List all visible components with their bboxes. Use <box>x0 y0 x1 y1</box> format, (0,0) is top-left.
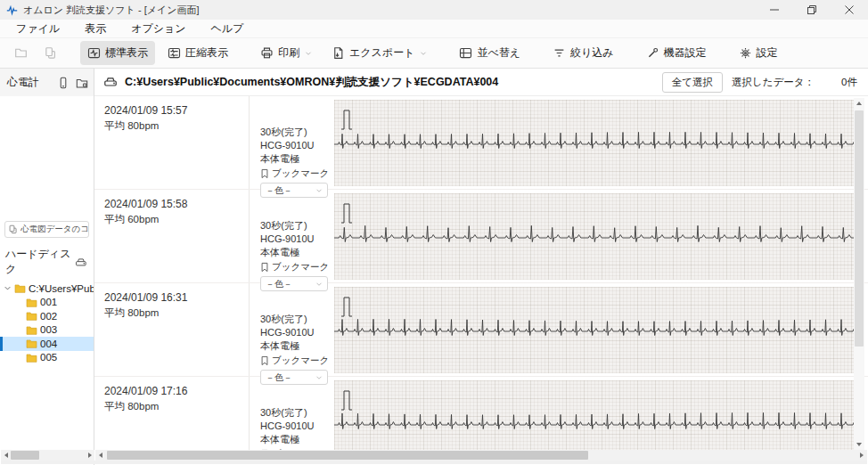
menu-file[interactable]: ファイル <box>14 20 61 38</box>
folder-icon <box>26 339 37 348</box>
record-average-bpm: 平均 60bpm <box>104 213 249 226</box>
window-title: オムロン 判読支援ソフト - [メイン画面] <box>23 4 200 17</box>
ecg-waveform <box>334 380 856 450</box>
record-datetime: 2024/01/09 15:58 <box>104 198 249 210</box>
export-button[interactable]: エクスポート <box>324 41 434 65</box>
record-electrode: 本体電極 <box>260 246 331 259</box>
copy-ecg-data-button[interactable]: 心電図データのコピー <box>4 221 89 238</box>
record-device-model: HCG-9010U <box>260 420 331 433</box>
scroll-left-icon[interactable] <box>95 450 106 461</box>
tree-root-folder[interactable]: C:¥Users¥Public¥ <box>0 281 94 296</box>
scroll-right-icon[interactable] <box>85 450 94 461</box>
folder-icon <box>14 283 26 293</box>
ecg-strip[interactable] <box>334 287 856 373</box>
folder-icon <box>26 353 37 363</box>
menu-help[interactable]: ヘルプ <box>209 20 246 38</box>
standard-view-icon <box>87 46 101 60</box>
close-button[interactable] <box>831 0 868 20</box>
ecg-waveform <box>334 193 856 280</box>
ecg-record-row[interactable]: 2024/01/09 15:58 平均 60bpm 30秒(完了) HCG-90… <box>94 190 868 283</box>
bookmark-icon <box>260 355 269 366</box>
record-electrode: 本体電極 <box>260 433 331 446</box>
ecg-waveform <box>334 100 856 186</box>
ecg-record-row[interactable]: 2024/01/09 15:57 平均 80bpm 30秒(完了) HCG-90… <box>94 96 868 190</box>
scrollbar-thumb[interactable] <box>11 451 39 460</box>
export-icon <box>332 46 345 60</box>
ecg-strip[interactable] <box>334 193 856 280</box>
restore-button[interactable] <box>793 0 831 20</box>
sort-button[interactable]: 並べ替え <box>452 41 528 65</box>
scrollbar-thumb[interactable] <box>855 110 864 347</box>
copy-icon <box>44 46 57 60</box>
main-panel: C:¥Users¥Public¥Documents¥OMRON¥判読支援ソフト¥… <box>94 69 868 465</box>
record-duration: 30秒(完了) <box>260 313 331 326</box>
device-settings-button[interactable]: 機器設定 <box>639 41 714 65</box>
menu-bar: ファイル 表示 オプション ヘルプ <box>0 20 868 37</box>
tree-folder-001[interactable]: 001 <box>0 296 94 310</box>
settings-button[interactable]: 設定 <box>732 41 785 65</box>
copy-data-toolbar-button[interactable] <box>38 42 62 64</box>
scroll-down-icon[interactable] <box>854 439 864 450</box>
window-bottom-border <box>1 461 867 464</box>
current-path: C:¥Users¥Public¥Documents¥OMRON¥判読支援ソフト¥… <box>125 75 498 90</box>
open-folder-button[interactable] <box>9 42 33 64</box>
folder-settings-icon[interactable] <box>76 77 88 89</box>
device-icon[interactable] <box>57 77 70 89</box>
bookmark-icon <box>260 168 269 179</box>
record-list: 2024/01/09 15:57 平均 80bpm 30秒(完了) HCG-90… <box>94 96 868 450</box>
ecg-device-label: 心電計 <box>7 75 39 90</box>
compressed-view-button[interactable]: 圧縮表示 <box>160 41 235 65</box>
toolbar: 標準表示 圧縮表示 印刷 エクスポート 並べ替え 絞り込み <box>0 37 868 69</box>
chevron-down-icon <box>4 284 12 292</box>
folder-icon <box>14 46 28 60</box>
ecg-record-row[interactable]: 2024/01/09 16:31 平均 80bpm 30秒(完了) HCG-90… <box>94 283 868 377</box>
disk-drive-icon <box>75 257 87 268</box>
selected-data-count: 0件 <box>823 76 857 89</box>
path-bar: C:¥Users¥Public¥Documents¥OMRON¥判読支援ソフト¥… <box>94 69 868 96</box>
ecg-strip[interactable] <box>334 100 856 186</box>
scrollbar-thumb[interactable] <box>107 451 588 460</box>
tree-folder-002[interactable]: 002 <box>0 309 94 323</box>
record-device-model: HCG-9010U <box>260 139 331 152</box>
sort-icon <box>459 46 472 60</box>
record-electrode: 本体電極 <box>260 152 331 166</box>
standard-view-button[interactable]: 標準表示 <box>80 41 155 65</box>
ecg-record-row[interactable]: 2024/01/09 17:16 平均 80bpm 30秒(完了) HCG-90… <box>94 377 868 450</box>
record-datetime: 2024/01/09 17:16 <box>104 385 249 397</box>
tree-folder-005[interactable]: 005 <box>0 351 94 365</box>
record-device-model: HCG-9010U <box>260 232 331 246</box>
folder-icon <box>26 298 37 307</box>
scroll-right-icon[interactable] <box>856 450 867 461</box>
folder-tree: C:¥Users¥Public¥ 001 002 003 004 <box>0 281 94 364</box>
gear-icon <box>739 46 752 60</box>
tree-folder-003[interactable]: 003 <box>0 323 94 338</box>
record-average-bpm: 平均 80bpm <box>104 400 249 413</box>
main-horizontal-scrollbar[interactable] <box>95 450 867 461</box>
scroll-left-icon[interactable] <box>1 450 11 461</box>
tree-folder-004[interactable]: 004 <box>0 337 94 351</box>
wrench-icon <box>646 46 659 60</box>
record-duration: 30秒(完了) <box>260 126 331 139</box>
app-logo-icon <box>6 4 18 16</box>
folder-icon <box>26 311 37 321</box>
bookmark-button[interactable]: ブックマーク <box>260 167 331 180</box>
bookmark-button[interactable]: ブックマーク <box>260 354 331 367</box>
ecg-strip[interactable] <box>334 380 856 450</box>
scroll-up-icon[interactable] <box>854 98 864 109</box>
menu-options[interactable]: オプション <box>129 20 187 38</box>
record-duration: 30秒(完了) <box>260 406 331 420</box>
menu-view[interactable]: 表示 <box>83 20 108 38</box>
sidebar-horizontal-scrollbar[interactable] <box>1 450 94 461</box>
filter-button[interactable]: 絞り込み <box>545 41 621 65</box>
minimize-button[interactable] <box>756 0 793 20</box>
device-list-area <box>0 96 94 219</box>
selected-data-label: 選択したデータ： <box>732 76 815 89</box>
title-bar: オムロン 判読支援ソフト - [メイン画面] <box>0 0 868 20</box>
main-vertical-scrollbar[interactable] <box>854 98 864 450</box>
folder-icon <box>26 325 37 335</box>
bookmark-button[interactable]: ブックマーク <box>260 260 331 273</box>
copy-icon <box>8 224 18 234</box>
ecg-waveform <box>334 287 856 373</box>
select-all-button[interactable]: 全て選択 <box>662 72 723 93</box>
print-button[interactable]: 印刷 <box>253 41 319 65</box>
